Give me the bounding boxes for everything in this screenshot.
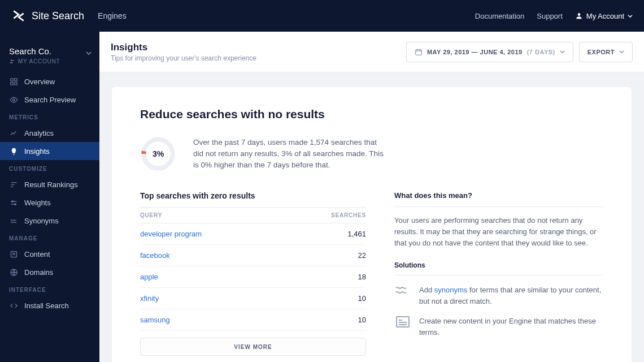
query-link[interactable]: samsung xyxy=(140,316,321,324)
export-button[interactable]: EXPORT xyxy=(579,42,633,62)
sidebar-item-label: Analytics xyxy=(24,129,54,137)
sidebar-item-label: Search Preview xyxy=(24,96,76,104)
sidebar-item-label: Weights xyxy=(24,199,51,207)
nav-my-account[interactable]: My Account xyxy=(575,12,633,20)
query-link[interactable]: facebook xyxy=(140,251,321,260)
chart-icon xyxy=(9,128,18,137)
wave-icon xyxy=(394,285,411,297)
svg-rect-5 xyxy=(10,82,12,84)
table-row: developer program1,461 xyxy=(140,223,366,245)
solution-text: Add synonyms for terms that are similar … xyxy=(419,285,603,307)
sidebar-heading: INTERFACE xyxy=(0,281,99,296)
svg-point-7 xyxy=(12,98,15,101)
code-icon xyxy=(9,301,18,310)
chevron-down-icon xyxy=(86,49,92,58)
help-title: What does this mean? xyxy=(394,191,603,207)
brand-icon xyxy=(11,8,26,23)
synonyms-link[interactable]: synonyms xyxy=(434,286,468,294)
sidebar-item-insights[interactable]: Insights xyxy=(0,142,99,160)
table-row: apple18 xyxy=(140,266,366,288)
users-icon xyxy=(9,58,15,64)
search-count: 1,461 xyxy=(321,230,366,238)
page-subtitle: Tips for improving your user's search ex… xyxy=(111,54,256,62)
donut-chart: 3% xyxy=(140,136,176,172)
sidebar-item-label: Result Rankings xyxy=(24,180,78,189)
solution-text: Create new content in your Engine that m… xyxy=(419,316,603,338)
svg-rect-3 xyxy=(10,78,12,80)
help-text: Your users are performing searches that … xyxy=(394,215,603,249)
nav-engines[interactable]: Engines xyxy=(98,11,127,20)
solution-content: Create new content in your Engine that m… xyxy=(394,316,603,338)
solution-synonyms: Add synonyms for terms that are similar … xyxy=(394,285,603,307)
rank-icon xyxy=(9,180,18,189)
sidebar-heading: MANAGE xyxy=(0,230,99,245)
wave-icon xyxy=(9,216,18,225)
sidebar-heading: METRICS xyxy=(0,109,99,124)
nav-documentation[interactable]: Documentation xyxy=(475,12,524,20)
svg-point-1 xyxy=(11,59,12,61)
user-icon xyxy=(575,12,583,20)
calendar-icon xyxy=(415,48,423,56)
col-searches: SEARCHES xyxy=(321,212,366,218)
date-range-picker[interactable]: MAY 29, 2019 — JUNE 4, 2019 (7 DAYS) xyxy=(406,42,573,62)
globe-icon xyxy=(9,268,18,277)
doc-icon xyxy=(9,249,18,258)
nav-support[interactable]: Support xyxy=(537,12,563,20)
bulb-icon xyxy=(9,146,18,156)
sidebar-item-domains[interactable]: Domains xyxy=(0,263,99,281)
sidebar-item-label: Overview xyxy=(24,77,55,86)
table-row: samsung10 xyxy=(140,309,366,331)
sidebar-heading: CUSTOMIZE xyxy=(0,160,99,175)
query-link[interactable]: developer program xyxy=(140,230,321,238)
search-count: 22 xyxy=(321,251,366,260)
sidebar-item-label: Insights xyxy=(24,147,50,156)
sidebar: Search Co. MY ACCOUNT OverviewSearch Pre… xyxy=(0,32,99,362)
brand-logo[interactable]: Site Search xyxy=(11,8,84,23)
chevron-down-icon xyxy=(619,49,624,54)
sidebar-item-label: Install Search xyxy=(24,301,69,310)
chevron-down-icon xyxy=(560,49,565,54)
sidebar-item-weights[interactable]: Weights xyxy=(0,193,99,212)
search-count: 10 xyxy=(321,294,366,303)
top-searches-title: Top searches with zero results xyxy=(140,191,366,207)
main-content: Insights Tips for improving your user's … xyxy=(99,32,644,362)
card-title: Reduce searches with no results xyxy=(140,107,603,121)
svg-point-2 xyxy=(12,60,14,61)
svg-rect-12 xyxy=(416,49,422,54)
sidebar-item-overview[interactable]: Overview xyxy=(0,72,99,90)
table-row: xfinity10 xyxy=(140,288,366,309)
topbar: Site Search Engines Documentation Suppor… xyxy=(0,0,644,32)
sidebar-item-install-search[interactable]: Install Search xyxy=(0,296,99,314)
sidebar-item-analytics[interactable]: Analytics xyxy=(0,124,99,142)
sidebar-item-search-preview[interactable]: Search Preview xyxy=(0,90,99,109)
svg-point-8 xyxy=(11,200,13,202)
table-row: facebook22 xyxy=(140,245,366,266)
sidebar-item-synonyms[interactable]: Synonyms xyxy=(0,212,99,230)
search-count: 18 xyxy=(321,273,366,281)
solutions-title: Solutions xyxy=(394,261,603,275)
col-query: QUERY xyxy=(140,212,321,218)
engine-selector[interactable]: Search Co. MY ACCOUNT xyxy=(0,38,99,72)
sidebar-item-label: Synonyms xyxy=(24,217,59,225)
engine-name: Search Co. xyxy=(9,46,90,56)
page-title: Insights xyxy=(111,42,256,53)
sliders-icon xyxy=(9,198,18,207)
eye-icon xyxy=(9,95,18,104)
donut-value: 3% xyxy=(140,136,176,172)
summary-text: Over the past 7 days, users made 1,574 s… xyxy=(193,137,385,171)
sidebar-item-label: Domains xyxy=(24,268,53,277)
card-no-results: Reduce searches with no results 3% Over … xyxy=(112,87,632,362)
sidebar-item-label: Content xyxy=(24,250,50,258)
sidebar-item-content[interactable]: Content xyxy=(0,245,99,263)
engine-sub: MY ACCOUNT xyxy=(9,58,90,64)
query-link[interactable]: apple xyxy=(140,273,321,281)
query-link[interactable]: xfinity xyxy=(140,294,321,303)
view-more-button[interactable]: VIEW MORE xyxy=(140,338,366,356)
sidebar-item-result-rankings[interactable]: Result Rankings xyxy=(0,175,99,193)
svg-point-0 xyxy=(577,13,580,16)
table-header: QUERY SEARCHES xyxy=(140,207,366,223)
svg-point-9 xyxy=(14,203,16,205)
svg-rect-6 xyxy=(14,82,16,84)
grid-icon xyxy=(9,77,18,86)
chevron-down-icon xyxy=(628,14,633,19)
